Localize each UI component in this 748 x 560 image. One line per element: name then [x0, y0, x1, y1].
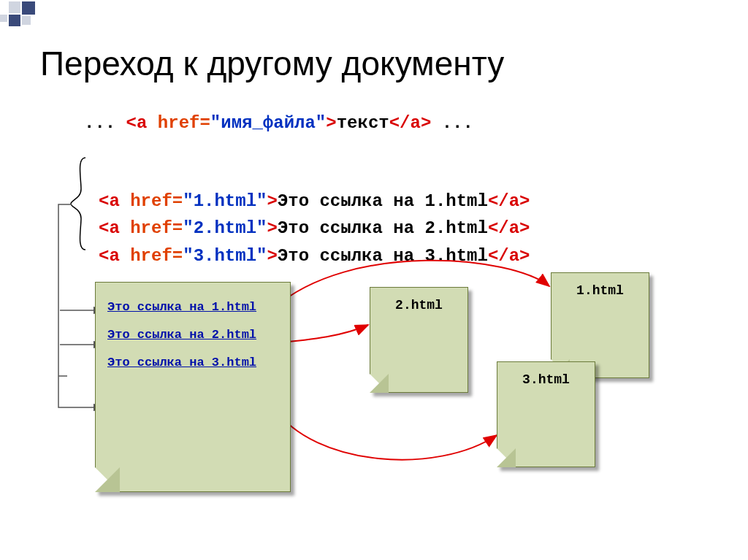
folded-corner-icon — [370, 374, 389, 393]
hyperlink-1[interactable]: Это ссылка на 1.html — [107, 300, 290, 314]
doc-label: 1.html — [576, 283, 624, 298]
folded-corner-icon — [95, 467, 120, 492]
slide-title: Переход к другому документу — [40, 44, 504, 83]
target-document-2: 2.html — [370, 287, 468, 393]
doc-label: 2.html — [395, 298, 443, 312]
code-examples: <a href="1.html">Это ссылка на 1.html</a… — [99, 161, 530, 269]
hyperlink-3[interactable]: Это ссылка на 3.html — [107, 356, 290, 369]
target-document-3: 3.html — [497, 361, 595, 467]
doc-label: 3.html — [522, 372, 570, 387]
slide-corner-decoration — [0, 0, 44, 33]
curly-brace-icon — [69, 156, 91, 251]
source-document: Это ссылка на 1.html Это ссылка на 2.htm… — [95, 282, 291, 492]
hyperlink-2[interactable]: Это ссылка на 2.html — [107, 328, 290, 342]
folded-corner-icon — [497, 448, 516, 467]
syntax-template: ... <a href="имя_файла">текст</a> ... — [84, 113, 473, 133]
